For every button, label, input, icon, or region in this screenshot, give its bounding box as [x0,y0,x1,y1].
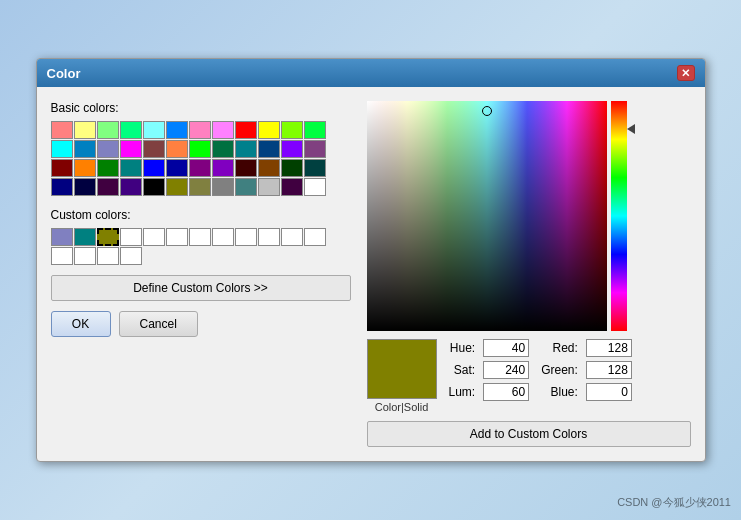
basic-color-cell[interactable] [97,178,119,196]
color-picker-container [367,101,691,331]
custom-color-cell[interactable] [74,247,96,265]
basic-color-cell[interactable] [74,178,96,196]
basic-color-cell[interactable] [304,159,326,177]
basic-color-cell[interactable] [189,159,211,177]
green-label: Green: [541,363,578,377]
basic-color-cell[interactable] [304,121,326,139]
color-picker-area[interactable] [367,101,607,331]
basic-color-cell[interactable] [97,121,119,139]
watermark: CSDN @今狐少侠2011 [617,495,731,510]
hue-input[interactable] [483,339,529,357]
basic-color-cell[interactable] [166,140,188,158]
basic-color-cell[interactable] [189,140,211,158]
basic-color-cell[interactable] [235,178,257,196]
add-custom-button[interactable]: Add to Custom Colors [367,421,691,447]
basic-color-cell[interactable] [258,140,280,158]
basic-color-cell[interactable] [235,140,257,158]
custom-color-cell[interactable] [97,247,119,265]
define-custom-button[interactable]: Define Custom Colors >> [51,275,351,301]
custom-color-cell[interactable] [74,228,96,246]
basic-color-cell[interactable] [51,178,73,196]
basic-color-cell[interactable] [189,121,211,139]
custom-color-cell[interactable] [304,228,326,246]
action-buttons: OK Cancel [51,311,351,337]
basic-color-cell[interactable] [143,140,165,158]
hue-slider[interactable] [611,101,627,331]
color-preview [367,339,437,399]
custom-color-cell[interactable] [120,247,142,265]
custom-color-cell[interactable] [166,228,188,246]
basic-color-cell[interactable] [120,159,142,177]
blue-label: Blue: [541,385,578,399]
basic-color-cell[interactable] [212,178,234,196]
basic-color-cell[interactable] [74,159,96,177]
hue-slider-arrow [627,124,635,134]
basic-color-cell[interactable] [166,121,188,139]
basic-color-cell[interactable] [281,140,303,158]
basic-color-cell[interactable] [258,178,280,196]
custom-color-grid [51,228,351,265]
basic-color-cell[interactable] [97,140,119,158]
hue-slider-container [611,101,627,331]
basic-color-cell[interactable] [97,159,119,177]
basic-color-cell[interactable] [212,159,234,177]
cancel-button[interactable]: Cancel [119,311,198,337]
basic-color-cell[interactable] [74,121,96,139]
custom-color-cell[interactable] [51,228,73,246]
basic-color-cell[interactable] [143,159,165,177]
custom-color-cell[interactable] [212,228,234,246]
color-solid-label: Color|Solid [375,401,429,413]
basic-color-cell[interactable] [166,159,188,177]
green-input[interactable] [586,361,632,379]
basic-color-cell[interactable] [189,178,211,196]
basic-color-cell[interactable] [235,159,257,177]
custom-color-cell[interactable] [258,228,280,246]
basic-color-cell[interactable] [143,121,165,139]
basic-color-cell[interactable] [281,121,303,139]
basic-color-cell[interactable] [304,178,326,196]
custom-colors-label: Custom colors: [51,208,351,222]
lum-label: Lum: [449,385,476,399]
sat-input[interactable] [483,361,529,379]
basic-color-cell[interactable] [143,178,165,196]
basic-color-cell[interactable] [258,159,280,177]
basic-color-cell[interactable] [74,140,96,158]
red-label: Red: [541,341,578,355]
basic-color-cell[interactable] [212,140,234,158]
ok-button[interactable]: OK [51,311,111,337]
basic-color-cell[interactable] [51,140,73,158]
right-panel: Color|Solid Hue: Red: Sat: Green: Lum: B… [367,101,691,447]
dialog-title: Color [47,66,81,81]
custom-color-cell[interactable] [51,247,73,265]
blue-input[interactable] [586,383,632,401]
basic-color-cell[interactable] [120,178,142,196]
basic-color-cell[interactable] [166,178,188,196]
dialog-body: Basic colors: Custom colors: Define Cust… [37,87,705,461]
color-dialog: Color ✕ Basic colors: Custom colors: Def… [36,58,706,462]
close-button[interactable]: ✕ [677,65,695,81]
basic-color-cell[interactable] [235,121,257,139]
basic-color-cell[interactable] [120,121,142,139]
basic-color-cell[interactable] [120,140,142,158]
basic-color-cell[interactable] [51,121,73,139]
saturation-layer [367,101,607,331]
basic-color-cell[interactable] [304,140,326,158]
custom-color-cell[interactable] [120,228,142,246]
basic-color-cell[interactable] [212,121,234,139]
sat-label: Sat: [449,363,476,377]
basic-color-cell[interactable] [51,159,73,177]
custom-color-cell[interactable] [281,228,303,246]
color-preview-row: Color|Solid Hue: Red: Sat: Green: Lum: B… [367,339,691,413]
custom-color-cell[interactable] [189,228,211,246]
basic-color-cell[interactable] [281,159,303,177]
basic-color-cell[interactable] [258,121,280,139]
hue-label: Hue: [449,341,476,355]
custom-color-cell[interactable] [235,228,257,246]
basic-colors-label: Basic colors: [51,101,351,115]
custom-color-cell[interactable] [97,228,119,246]
basic-color-cell[interactable] [281,178,303,196]
red-input[interactable] [586,339,632,357]
color-fields: Hue: Red: Sat: Green: Lum: Blue: [449,339,636,401]
lum-input[interactable] [483,383,529,401]
custom-color-cell[interactable] [143,228,165,246]
